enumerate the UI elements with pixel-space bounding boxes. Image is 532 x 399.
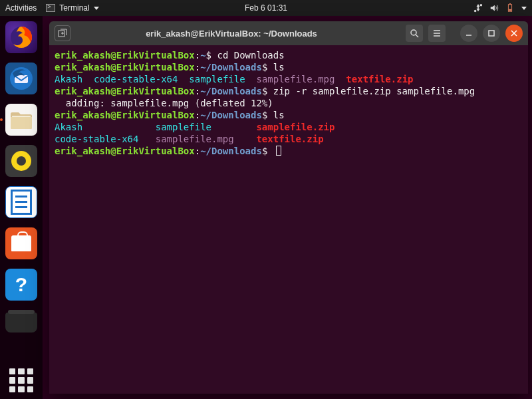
dock-firefox[interactable] (5, 21, 37, 53)
battery-icon (505, 3, 515, 13)
gnome-topbar: Activities Terminal Feb 6 01:31 (0, 0, 532, 16)
show-applications-button[interactable] (9, 368, 33, 392)
svg-point-1 (480, 4, 483, 7)
svg-rect-3 (509, 9, 511, 11)
terminal-icon (46, 4, 55, 12)
app-menu-label: Terminal (59, 3, 89, 13)
chevron-down-icon (521, 7, 527, 10)
dock-thunderbird[interactable] (5, 63, 37, 94)
window-titlebar: erik_akash@ErikVirtualBox: ~/Downloads (49, 21, 528, 45)
close-icon (510, 29, 518, 37)
files-icon (9, 108, 34, 131)
shopping-bag-icon (11, 235, 31, 251)
system-tray[interactable] (473, 3, 527, 13)
close-button[interactable] (505, 25, 523, 42)
dock-rhythmbox[interactable] (5, 145, 37, 177)
question-icon: ? (15, 273, 27, 296)
search-icon (410, 29, 419, 38)
maximize-button[interactable] (483, 25, 500, 42)
speaker-icon (11, 151, 31, 171)
volume-icon (489, 3, 499, 13)
thunderbird-icon (9, 66, 33, 90)
minimize-button[interactable] (460, 25, 477, 42)
app-menu[interactable]: Terminal (46, 3, 98, 13)
ubuntu-dock: ? (0, 16, 43, 399)
svg-point-10 (411, 30, 416, 35)
firefox-icon (8, 24, 35, 51)
terminal-window: erik_akash@ErikVirtualBox: ~/Downloads e… (49, 21, 528, 394)
dock-help[interactable]: ? (5, 269, 37, 301)
clock[interactable]: Feb 6 01:31 (245, 3, 287, 13)
document-icon (11, 190, 32, 215)
hamburger-icon (432, 29, 442, 38)
dock-files[interactable] (5, 104, 37, 136)
terminal-body[interactable]: erik_akash@ErikVirtualBox:~$ cd Download… (49, 45, 528, 394)
dock-ubuntu-software[interactable] (5, 227, 37, 259)
maximize-icon (487, 29, 495, 37)
svg-rect-7 (15, 75, 28, 83)
svg-rect-4 (509, 3, 511, 5)
svg-point-0 (474, 10, 477, 13)
dock-trash[interactable] (5, 313, 37, 332)
network-icon (473, 3, 483, 13)
window-title: erik_akash@ErikVirtualBox: ~/Downloads (63, 29, 400, 39)
hamburger-menu-button[interactable] (428, 25, 446, 42)
dock-libreoffice-writer[interactable] (5, 186, 37, 218)
chevron-down-icon (94, 7, 99, 10)
activities-button[interactable]: Activities (5, 3, 37, 13)
minimize-icon (465, 29, 473, 37)
search-button[interactable] (406, 25, 423, 42)
svg-rect-11 (489, 31, 494, 36)
